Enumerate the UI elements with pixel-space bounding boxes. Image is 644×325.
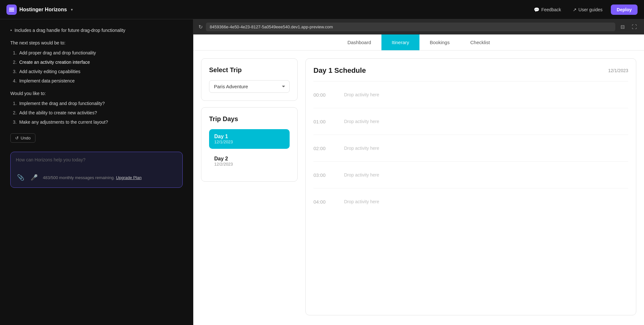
svg-rect-2 — [9, 11, 14, 12]
trip-day-2[interactable]: Day 2 12/2/2023 — [209, 151, 290, 171]
day-1-name: Day 1 — [214, 134, 284, 139]
app-name: Hostinger Horizons — [19, 7, 67, 13]
drop-zone-3[interactable]: Drop activity here — [339, 167, 628, 182]
bullet-icon: • — [10, 27, 12, 34]
time-slot-2: 02:00 Drop activity here — [313, 135, 628, 161]
url-bar[interactable] — [206, 23, 615, 31]
message-counter: 483/500 monthly messages remaining. Upgr… — [43, 175, 177, 180]
svg-rect-0 — [9, 8, 14, 9]
user-guides-button[interactable]: ↗ User guides — [570, 5, 606, 14]
drop-zone-2[interactable]: Drop activity here — [339, 141, 628, 156]
trip-day-1[interactable]: Day 1 12/1/2023 — [209, 129, 290, 149]
drop-zone-4[interactable]: Drop activity here — [339, 194, 628, 209]
time-slot-1: 01:00 Drop activity here — [313, 108, 628, 135]
app-nav: Dashboard Itinerary Bookings Checklist — [193, 34, 644, 51]
day-2-name: Day 2 — [214, 156, 284, 162]
reload-button[interactable]: ↻ — [198, 24, 203, 30]
app-content: Dashboard Itinerary Bookings Checklist S… — [193, 34, 644, 325]
time-slot-0: 00:00 Drop activity here — [313, 81, 628, 108]
next-steps-list: 1. Add proper drag and drop functionalit… — [10, 50, 183, 84]
upgrade-plan-link[interactable]: Upgrade Plan — [116, 175, 142, 180]
trip-select[interactable]: Paris Adventure Rome Holiday Tokyo Trip — [209, 80, 290, 93]
browser-bar: ↻ ⊟ ⛶ — [193, 19, 644, 34]
time-label-2: 02:00 — [313, 146, 333, 151]
time-label-0: 00:00 — [313, 92, 333, 98]
time-slot-3: 03:00 Drop activity here — [313, 161, 628, 188]
tab-itinerary[interactable]: Itinerary — [381, 34, 419, 50]
app-brand: Hostinger Horizons ▾ — [6, 5, 73, 15]
tab-checklist[interactable]: Checklist — [460, 34, 500, 50]
top-navigation: Hostinger Horizons ▾ 💬 Feedback ↗ User g… — [0, 0, 644, 19]
drop-zone-0[interactable]: Drop activity here — [339, 87, 628, 102]
schedule-card: Day 1 Schedule 12/1/2023 00:00 Drop acti… — [305, 58, 636, 315]
list-item: 4. Implement data persistence — [13, 78, 183, 84]
external-link-icon: ↗ — [573, 7, 577, 12]
schedule-date: 12/1/2023 — [608, 68, 628, 73]
next-steps-heading: The next steps would be to: — [10, 40, 183, 46]
logo-icon — [6, 5, 17, 15]
tab-bookings[interactable]: Bookings — [419, 34, 460, 50]
drop-zone-1[interactable]: Drop activity here — [339, 114, 628, 129]
trip-days-title: Trip Days — [209, 115, 290, 123]
would-you-like-heading: Would you like to: — [10, 90, 183, 97]
microphone-button[interactable]: 🎤 — [29, 173, 39, 182]
svg-rect-1 — [9, 9, 14, 10]
undo-icon: ↺ — [15, 136, 19, 140]
schedule-title: Day 1 Schedule — [313, 66, 366, 75]
right-panel: ↻ ⊟ ⛶ Dashboard Itinerary Bookings Check… — [193, 19, 644, 325]
left-cards: Select Trip Paris Adventure Rome Holiday… — [201, 58, 298, 315]
chat-footer: 📎 🎤 483/500 monthly messages remaining. … — [16, 173, 177, 182]
list-item: 3. Add activity editing capabilities — [13, 68, 183, 75]
day-2-date: 12/2/2023 — [214, 162, 284, 167]
list-item: 3. Make any adjustments to the current l… — [13, 119, 183, 126]
chat-input-area[interactable]: How can Horizons help you today? 📎 🎤 483… — [10, 152, 183, 188]
main-content: • Includes a drag handle for future drag… — [0, 19, 644, 325]
chat-placeholder[interactable]: How can Horizons help you today? — [16, 157, 177, 162]
time-label-1: 01:00 — [313, 119, 333, 124]
device-toggle-button[interactable]: ⊟ — [619, 23, 627, 31]
list-item: 2. Add the ability to create new activit… — [13, 110, 183, 116]
feedback-icon: 💬 — [534, 7, 539, 12]
select-trip-title: Select Trip — [209, 66, 290, 74]
would-you-like-list: 1. Implement the drag and drop functiona… — [10, 100, 183, 126]
attach-button[interactable]: 📎 — [16, 173, 25, 182]
list-item: 2. Create an activity creation interface — [13, 59, 183, 66]
nav-actions: 💬 Feedback ↗ User guides Deploy — [531, 5, 638, 15]
left-panel: • Includes a drag handle for future drag… — [0, 19, 193, 325]
undo-button[interactable]: ↺ Undo — [10, 133, 35, 143]
schedule-header: Day 1 Schedule 12/1/2023 — [313, 66, 628, 75]
list-item: 1. Add proper drag and drop functionalit… — [13, 50, 183, 56]
chevron-down-icon[interactable]: ▾ — [71, 7, 73, 12]
deploy-button[interactable]: Deploy — [611, 5, 638, 15]
time-label-3: 03:00 — [313, 172, 333, 178]
tab-dashboard[interactable]: Dashboard — [337, 34, 381, 50]
bullet-item: • Includes a drag handle for future drag… — [10, 27, 183, 34]
day-1-date: 12/1/2023 — [214, 139, 284, 144]
feedback-button[interactable]: 💬 Feedback — [531, 5, 564, 14]
time-slot-4: 04:00 Drop activity here — [313, 188, 628, 215]
select-trip-card: Select Trip Paris Adventure Rome Holiday… — [201, 58, 298, 101]
app-main: Select Trip Paris Adventure Rome Holiday… — [193, 51, 644, 323]
fullscreen-button[interactable]: ⛶ — [630, 23, 639, 31]
time-label-4: 04:00 — [313, 199, 333, 205]
list-item: 1. Implement the drag and drop functiona… — [13, 100, 183, 107]
trip-days-card: Trip Days Day 1 12/1/2023 Day 2 12/2/202… — [201, 107, 298, 182]
